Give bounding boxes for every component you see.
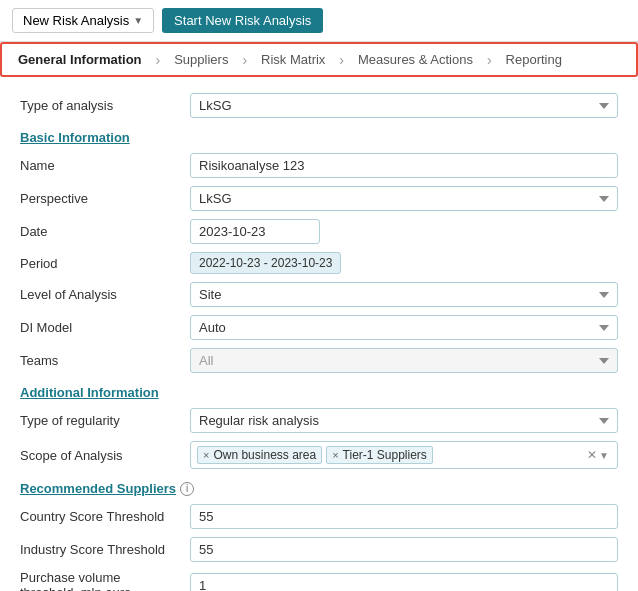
recommended-suppliers-header: Recommended Suppliers bbox=[20, 481, 176, 496]
main-content: Type of analysis LkSG Basic Information … bbox=[0, 77, 638, 591]
name-control bbox=[190, 153, 618, 178]
perspective-label: Perspective bbox=[20, 191, 190, 206]
industry-score-input[interactable] bbox=[190, 537, 618, 562]
country-score-control bbox=[190, 504, 618, 529]
scope-row: Scope of Analysis × Own business area × … bbox=[20, 441, 618, 469]
scope-tag-own-remove[interactable]: × bbox=[203, 449, 209, 461]
additional-information-header: Additional Information bbox=[20, 385, 618, 400]
perspective-control: LkSG bbox=[190, 186, 618, 211]
recommended-suppliers-section: Recommended Suppliers i bbox=[20, 481, 618, 496]
di-model-select[interactable]: Auto bbox=[190, 315, 618, 340]
perspective-select[interactable]: LkSG bbox=[190, 186, 618, 211]
period-badge[interactable]: 2022-10-23 - 2023-10-23 bbox=[190, 252, 341, 274]
name-row: Name bbox=[20, 153, 618, 178]
recommended-suppliers-info-icon[interactable]: i bbox=[180, 482, 194, 496]
scope-caret-icon[interactable]: ▼ bbox=[599, 450, 609, 461]
breadcrumb-sep-4: › bbox=[485, 52, 494, 68]
scope-tag-tier1: × Tier-1 Suppliers bbox=[326, 446, 433, 464]
di-model-row: DI Model Auto bbox=[20, 315, 618, 340]
basic-information-header: Basic Information bbox=[20, 130, 618, 145]
industry-score-control bbox=[190, 537, 618, 562]
name-input[interactable] bbox=[190, 153, 618, 178]
di-model-control: Auto bbox=[190, 315, 618, 340]
date-row: Date bbox=[20, 219, 618, 244]
breadcrumb-general-information[interactable]: General Information bbox=[6, 44, 154, 75]
scope-tag-own: × Own business area bbox=[197, 446, 322, 464]
purchase-volume-control bbox=[190, 573, 618, 592]
date-label: Date bbox=[20, 224, 190, 239]
breadcrumb-reporting[interactable]: Reporting bbox=[494, 44, 574, 75]
name-label: Name bbox=[20, 158, 190, 173]
type-of-analysis-control: LkSG bbox=[190, 93, 618, 118]
new-risk-analysis-dropdown[interactable]: New Risk Analysis ▼ bbox=[12, 8, 154, 33]
start-new-risk-analysis-button[interactable]: Start New Risk Analysis bbox=[162, 8, 323, 33]
breadcrumb-suppliers[interactable]: Suppliers bbox=[162, 44, 240, 75]
breadcrumb-sep-1: › bbox=[154, 52, 163, 68]
scope-control: × Own business area × Tier-1 Suppliers ✕… bbox=[190, 441, 618, 469]
dropdown-caret-icon: ▼ bbox=[133, 15, 143, 26]
period-label: Period bbox=[20, 256, 190, 271]
level-of-analysis-label: Level of Analysis bbox=[20, 287, 190, 302]
breadcrumb-nav: General Information › Suppliers › Risk M… bbox=[0, 42, 638, 77]
level-of-analysis-control: Site bbox=[190, 282, 618, 307]
type-of-regularity-select[interactable]: Regular risk analysis bbox=[190, 408, 618, 433]
date-control bbox=[190, 219, 618, 244]
perspective-row: Perspective LkSG bbox=[20, 186, 618, 211]
type-of-regularity-label: Type of regularity bbox=[20, 413, 190, 428]
country-score-label: Country Score Threshold bbox=[20, 509, 190, 524]
purchase-volume-row: Purchase volume threshold, mln euro bbox=[20, 570, 618, 591]
di-model-label: DI Model bbox=[20, 320, 190, 335]
type-of-analysis-label: Type of analysis bbox=[20, 98, 190, 113]
teams-control: All bbox=[190, 348, 618, 373]
teams-select[interactable]: All bbox=[190, 348, 618, 373]
top-bar: New Risk Analysis ▼ Start New Risk Analy… bbox=[0, 0, 638, 42]
industry-score-label: Industry Score Threshold bbox=[20, 542, 190, 557]
breadcrumb-measures-actions[interactable]: Measures & Actions bbox=[346, 44, 485, 75]
type-of-regularity-control: Regular risk analysis bbox=[190, 408, 618, 433]
industry-score-row: Industry Score Threshold bbox=[20, 537, 618, 562]
teams-label: Teams bbox=[20, 353, 190, 368]
type-of-regularity-row: Type of regularity Regular risk analysis bbox=[20, 408, 618, 433]
scope-multiselect[interactable]: × Own business area × Tier-1 Suppliers ✕… bbox=[190, 441, 618, 469]
date-input[interactable] bbox=[190, 219, 320, 244]
period-control: 2022-10-23 - 2023-10-23 bbox=[190, 252, 618, 274]
type-of-analysis-select[interactable]: LkSG bbox=[190, 93, 618, 118]
scope-tag-tier1-remove[interactable]: × bbox=[332, 449, 338, 461]
level-of-analysis-row: Level of Analysis Site bbox=[20, 282, 618, 307]
type-of-analysis-row: Type of analysis LkSG bbox=[20, 93, 618, 118]
scope-label: Scope of Analysis bbox=[20, 448, 190, 463]
purchase-volume-label: Purchase volume threshold, mln euro bbox=[20, 570, 190, 591]
purchase-volume-input[interactable] bbox=[190, 573, 618, 592]
country-score-input[interactable] bbox=[190, 504, 618, 529]
scope-clear-icon[interactable]: ✕ bbox=[587, 448, 597, 462]
teams-row: Teams All bbox=[20, 348, 618, 373]
breadcrumb-sep-2: › bbox=[240, 52, 249, 68]
breadcrumb-risk-matrix[interactable]: Risk Matrix bbox=[249, 44, 337, 75]
level-of-analysis-select[interactable]: Site bbox=[190, 282, 618, 307]
breadcrumb-sep-3: › bbox=[337, 52, 346, 68]
country-score-row: Country Score Threshold bbox=[20, 504, 618, 529]
dropdown-label: New Risk Analysis bbox=[23, 13, 129, 28]
period-row: Period 2022-10-23 - 2023-10-23 bbox=[20, 252, 618, 274]
